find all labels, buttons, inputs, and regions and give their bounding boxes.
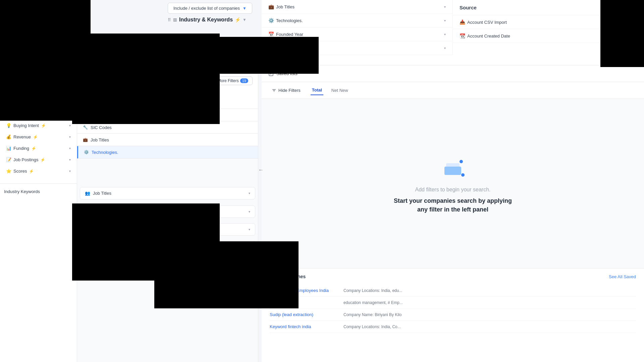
jobs-icon: 📝 (6, 157, 11, 162)
industry-keywords-top-label: Industry & Keywords (179, 17, 233, 23)
net-new-tab[interactable]: Net New (330, 86, 350, 95)
employees-chevron: ▾ (249, 191, 250, 195)
saved-search-details: Company Locations: India, edu... (343, 288, 636, 293)
lists-chevron: ▾ (249, 228, 250, 231)
chevron-down-icon: ▾ (444, 33, 446, 36)
sidebar-item-label: Job Postings (13, 157, 38, 162)
right-filter-label: Founded Year (276, 32, 303, 37)
sidebar-item-job-postings[interactable]: 📝 Job Postings ⚡ ▾ (2, 154, 75, 165)
search-illustration (439, 153, 466, 180)
chevron-down-icon: ▾ (444, 19, 446, 22)
total-label: Total (312, 87, 322, 93)
lightning-icon-revenue: ⚡ (33, 135, 38, 139)
table-icon: ⊞ (173, 17, 177, 22)
sidebar-item-scores[interactable]: ⭐ Scores ⚡ ▾ (2, 166, 75, 177)
chevron-down-icon: ▾ (69, 158, 71, 162)
industry-keywords-top-button[interactable]: ⠿ ⊞ Industry & Keywords ⚡ ▼ (168, 17, 247, 23)
blue-dot-1 (460, 160, 463, 163)
right-filter-job-titles[interactable]: 💼 Job Titles ▾ (262, 0, 453, 14)
chevron-down-icon: ▾ (444, 46, 446, 50)
far-right-black-overlay (600, 0, 644, 67)
back-arrow-button[interactable]: ← (258, 167, 264, 173)
buying-intent-black-overlay (72, 34, 220, 124)
csv-icon: 📥 (460, 19, 465, 25)
employees-header[interactable]: 👥 Job Titles ▾ (80, 187, 255, 199)
sidebar-item-label: Scores (13, 169, 27, 174)
net-new-label: Net New (331, 88, 348, 93)
source-label: Source (460, 5, 477, 10)
saved-search-keyword-fintech[interactable]: Keyword fintech india Company Locations:… (270, 321, 636, 333)
scores-icon: ⭐ (6, 169, 11, 174)
right-filter-label: Job Titles (276, 4, 294, 9)
sidebar-item-funding[interactable]: 📊 Funding ⚡ ▾ (2, 143, 75, 154)
hide-filters-button[interactable]: Hide Filters (268, 86, 304, 95)
chevron-down-icon: ▾ (69, 146, 71, 150)
total-tab[interactable]: Total (311, 85, 323, 95)
lower-left-black-overlay (72, 203, 220, 281)
drag-icon: ⠿ (168, 17, 171, 22)
sidebar-item-buying-intent[interactable]: 💡 Buying Intent ⚡ ▾ (2, 120, 75, 131)
lightning-icon-buying: ⚡ (41, 123, 46, 128)
add-filters-text: Add filters to begin your search. (389, 187, 517, 193)
filter-item-label: SIC Codes (91, 125, 112, 130)
saved-search-sudip[interactable]: Sudip (lead extraction) Company Name: Bi… (270, 309, 636, 321)
chevron-down-icon: ▾ (69, 124, 71, 127)
revenue-icon: 💰 (6, 134, 11, 139)
sidebar-item-label: Revenue (13, 134, 31, 139)
filter-icon (272, 88, 276, 93)
chevron-down-icon: ▾ (69, 169, 71, 173)
saved-search-edtech-100[interactable]: EdTech <100 Employees India Company Loca… (270, 285, 636, 297)
sidebar-item-label: Funding (13, 146, 29, 151)
filter-item-job-titles[interactable]: 💼 Job Titles (77, 134, 258, 146)
blue-dot-2 (461, 173, 465, 177)
start-search-title: Start your companies search by applying … (389, 197, 517, 214)
lightning-icon-scores: ⚡ (29, 169, 34, 174)
chevron-down-icon: ▾ (69, 135, 71, 139)
include-exclude-label: Include / exclude list of companies (173, 6, 240, 11)
sidebar-item-label: Buying Intent (13, 123, 39, 128)
right-filter-technologies[interactable]: ⚙️ Technologies. ▾ (262, 14, 453, 27)
filter-item-technologies[interactable]: ⚙️ Technologies. (77, 146, 258, 159)
saved-search-details: education management, # Emp... (343, 300, 636, 305)
lightning-top-icon: ⚡ (235, 17, 240, 22)
saved-searches-section: Saved Searches See All Saved EdTech <100… (262, 268, 644, 362)
right-top-filters: 💼 Job Titles ▾ ⚙️ Technologies. ▾ 📅 Foun… (262, 0, 644, 65)
saved-lists-bar: Saved lists (262, 65, 644, 82)
employees-section: 👥 Job Titles ▾ (80, 187, 255, 199)
right-filter-label: Technologies. (276, 18, 303, 23)
calendar-icon: 📅 (268, 32, 274, 37)
job-titles-icon: 💼 (268, 4, 274, 9)
sidebar-item-revenue[interactable]: 💰 Revenue ⚡ ▾ (2, 131, 75, 142)
tech-icon: ⚙️ (84, 149, 89, 155)
saved-searches-header: Saved Searches See All Saved (270, 274, 636, 279)
dropdown-arrow-icon: ▼ (243, 6, 247, 11)
filter-item-label: Technologies. (92, 150, 118, 155)
industry-keywords-bottom-label: Industry Keywords (0, 183, 77, 199)
employees-icon: 👥 (85, 191, 90, 196)
filter-item-label: Job Titles (91, 137, 109, 142)
buying-icon: 💡 (6, 123, 11, 128)
lightning-icon-funding: ⚡ (31, 146, 36, 151)
right-filter-label: Account Created Date (467, 34, 510, 39)
industry-dropdown-arrow: ▼ (243, 17, 247, 22)
sic-icon: 🔧 (83, 125, 88, 130)
briefcase-icon: 💼 (83, 137, 88, 142)
saved-search-name: Sudip (lead extraction) (270, 312, 343, 317)
saved-search-details: Company Name: Biriyani By Kilo (343, 312, 636, 317)
chevron-down-icon: ▾ (444, 5, 446, 9)
date-icon: 📆 (460, 33, 465, 39)
hide-filters-label: Hide Filters (278, 88, 301, 93)
see-all-saved-button[interactable]: See All Saved (609, 274, 636, 279)
saved-search-edtech[interactable]: EdTech education management, # Emp... (270, 297, 636, 309)
folder-body (444, 167, 461, 175)
saved-search-details: Company Locations: India, Co... (343, 324, 636, 329)
right-filter-label: Account CSV Import (467, 20, 507, 25)
totals-bar: Hide Filters Total Net New (262, 82, 644, 99)
saved-search-name: Keyword fintech india (270, 324, 343, 329)
more-filters-label: More Filters (217, 78, 238, 83)
start-search-area: Add filters to begin your search. Start … (262, 99, 644, 268)
filter-count: 19 (240, 78, 248, 83)
include-exclude-button[interactable]: Include / exclude list of companies ▼ (168, 3, 252, 14)
funding-icon: 📊 (6, 146, 11, 151)
tech-filter-icon: ⚙️ (268, 18, 274, 23)
